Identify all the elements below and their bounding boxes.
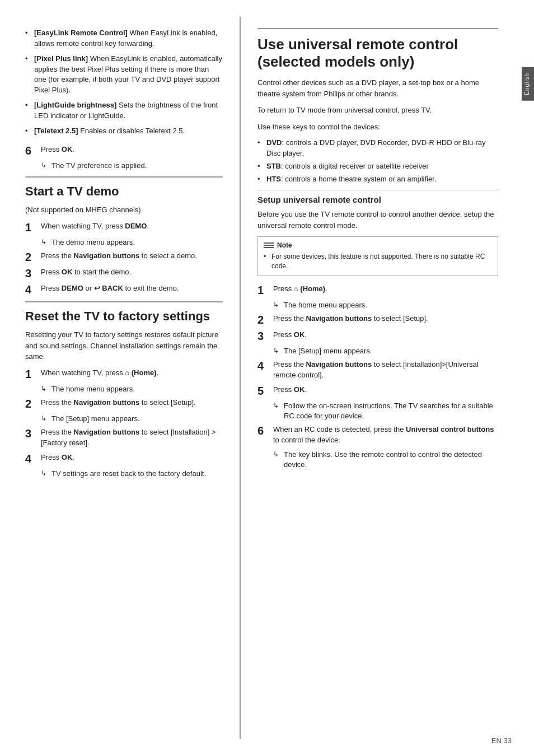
- language-tab: English: [522, 67, 534, 101]
- device-hts-text: : controls a home theatre system or an a…: [281, 175, 436, 183]
- setup-intro: Before you use the TV remote control to …: [257, 209, 498, 231]
- setup-step-6-result: ↳ The key blinks. Use the remote control…: [257, 450, 498, 470]
- note-items: For some devices, this feature is not su…: [264, 252, 492, 271]
- setup-step-4-content: Press the Navigation buttons to select […: [273, 360, 498, 381]
- setup-step-1-result: ↳ The home menu appears.: [257, 300, 498, 310]
- demo-steps: 1 When watching TV, press DEMO. ↳ The de…: [25, 221, 223, 296]
- note-header: Note: [264, 241, 492, 249]
- demo-step-3: 3 Press OK to start the demo.: [25, 267, 223, 279]
- reset-step-2-result-text: The [Setup] menu appears.: [51, 414, 140, 424]
- reset-title: Reset the TV to factory settings: [25, 301, 223, 324]
- setup-step-1-result-text: The home menu appears.: [284, 300, 367, 310]
- device-stb: STB: controls a digital receiver or sate…: [257, 161, 498, 171]
- note-box: Note For some devices, this feature is n…: [257, 236, 498, 276]
- arrow-icon: ↳: [41, 414, 49, 423]
- setup-steps: 1 Press ⌂ (Home). ↳ The home menu appear…: [257, 284, 498, 470]
- right-intro-2: To return to TV mode from universal cont…: [257, 105, 498, 116]
- step-6-period: .: [72, 145, 74, 153]
- easylink-bullet-list: [EasyLink Remote Control] When EasyLink …: [25, 28, 223, 137]
- demo-ok-bold: OK: [62, 268, 73, 276]
- device-stb-bold: STB: [266, 162, 281, 170]
- demo-step-1-result-text: The demo menu appears.: [51, 237, 135, 248]
- setup-step-1: 1 Press ⌂ (Home). ↳ The home menu appear…: [257, 284, 498, 310]
- reset-step-2: 2 Press the Navigation buttons to select…: [25, 398, 223, 424]
- setup-ok-bold2: OK: [294, 385, 305, 394]
- arrow-icon: ↳: [41, 469, 49, 478]
- setup-ucb-bold: Universal control buttons: [406, 425, 494, 433]
- list-item-lightguide: [LightGuide brightness] Sets the brightn…: [25, 100, 223, 122]
- setup-ok-bold: OK: [294, 330, 305, 339]
- step-6-ok-bold: OK: [62, 145, 73, 153]
- note-icon-line3: [264, 247, 274, 248]
- demo-step-2-content: Press the Navigation buttons to select a…: [41, 251, 223, 262]
- demo-step-1-result: ↳ The demo menu appears.: [25, 237, 223, 248]
- demo-step-4-number: 4: [25, 283, 41, 296]
- demo-step-1: 1 When watching TV, press DEMO. ↳ The de…: [25, 221, 223, 248]
- device-hts-bold: HTS: [266, 175, 281, 183]
- arrow-icon: ↳: [41, 384, 49, 394]
- reset-step-1: 1 When watching TV, press ⌂ (Home). ↳ Th…: [25, 368, 223, 394]
- step-6-result: ↳ The TV preference is applied.: [25, 161, 223, 171]
- step-6-result-text: The TV preference is applied.: [51, 161, 147, 171]
- reset-nav-bold2: Navigation buttons: [74, 428, 140, 436]
- setup-step-3-number: 3: [257, 330, 273, 342]
- page: English [EasyLink Remote Control] When E…: [0, 0, 534, 756]
- reset-step-4: 4 Press OK. ↳ TV settings are reset back…: [25, 452, 223, 479]
- setup-step-5-number: 5: [257, 385, 273, 397]
- demo-step-1-content: When watching TV, press DEMO.: [41, 221, 223, 232]
- note-item-1: For some devices, this feature is not su…: [264, 252, 492, 271]
- setup-nav-bold: Navigation buttons: [306, 314, 372, 323]
- reset-intro: Resetting your TV to factory settings re…: [25, 329, 223, 362]
- list-item-pixel-plus: [Pixel Plus link] When EasyLink is enabl…: [25, 54, 223, 96]
- setup-step-1-number: 1: [257, 284, 273, 296]
- reset-step-1-content: When watching TV, press ⌂ (Home).: [41, 368, 223, 379]
- setup-step-4-number: 4: [257, 360, 273, 372]
- step-6-content: Press OK.: [41, 144, 223, 155]
- setup-step-3-content: Press OK.: [273, 330, 498, 340]
- setup-title: Setup universal remote control: [257, 190, 498, 204]
- setup-step-2-number: 2: [257, 314, 273, 326]
- reset-step-3: 3 Press the Navigation buttons to select…: [25, 427, 223, 449]
- device-hts: HTS: controls a home theatre system or a…: [257, 174, 498, 184]
- reset-step-2-number: 2: [25, 398, 41, 410]
- step-6-number: 6: [25, 144, 41, 157]
- reset-step-3-number: 3: [25, 427, 41, 440]
- setup-step-3-result-text: The [Setup] menu appears.: [284, 346, 372, 356]
- reset-step-2-content: Press the Navigation buttons to select […: [41, 398, 223, 408]
- demo-step-2: 2 Press the Navigation buttons to select…: [25, 251, 223, 263]
- setup-home-bold: ⌂ (Home): [294, 284, 325, 293]
- demo-step-1-number: 1: [25, 221, 41, 234]
- setup-step-1-content: Press ⌂ (Home).: [273, 284, 498, 295]
- step-6-press-text: Press: [41, 145, 62, 153]
- setup-step-5-result-text: Follow the on-screen instructions. The T…: [284, 401, 498, 421]
- reset-step-4-number: 4: [25, 452, 41, 465]
- teletext-bold: [Teletext 2.5]: [34, 127, 78, 135]
- easylink-remote-bold: [EasyLink Remote Control]: [34, 29, 128, 37]
- reset-nav-bold: Navigation buttons: [74, 398, 140, 407]
- reset-step-4-content: Press OK.: [41, 452, 223, 463]
- device-stb-text: : controls a digital receiver or satelli…: [281, 162, 429, 170]
- start-tv-demo-note: (Not supported on MHEG channels): [25, 204, 223, 216]
- arrow-icon: ↳: [273, 300, 281, 310]
- setup-step-6-content: When an RC code is detected, press the U…: [273, 424, 498, 446]
- setup-step-3-result: ↳ The [Setup] menu appears.: [257, 346, 498, 356]
- reset-step-1-result: ↳ The home menu appears.: [25, 384, 223, 394]
- reset-step-2-result: ↳ The [Setup] menu appears.: [25, 414, 223, 424]
- setup-step-2: 2 Press the Navigation buttons to select…: [257, 314, 498, 326]
- setup-step-6: 6 When an RC code is detected, press the…: [257, 424, 498, 470]
- reset-step-1-number: 1: [25, 368, 41, 380]
- reset-step-4-result-text: TV settings are reset back to the factor…: [51, 469, 206, 479]
- device-dvd-text: : controls a DVD player, DVD Recorder, D…: [266, 138, 486, 157]
- page-footer: EN 33: [491, 736, 512, 745]
- right-intro-3: Use these keys to control the devices:: [257, 122, 498, 133]
- note-icon-line1: [264, 242, 274, 244]
- demo-bold-demo: DEMO: [125, 222, 147, 230]
- teletext-text: Enables or disables Teletext 2.5.: [78, 127, 185, 135]
- reset-home-icon: ⌂ (Home): [125, 368, 156, 377]
- demo-demo-bold2: DEMO: [62, 284, 83, 292]
- device-dvd: DVD: controls a DVD player, DVD Recorder…: [257, 138, 498, 158]
- step-6-press-ok: 6 Press OK.: [25, 144, 223, 157]
- reset-step-4-result: ↳ TV settings are reset back to the fact…: [25, 469, 223, 479]
- demo-step-2-number: 2: [25, 251, 41, 263]
- setup-step-3: 3 Press OK. ↳ The [Setup] menu appears.: [257, 330, 498, 356]
